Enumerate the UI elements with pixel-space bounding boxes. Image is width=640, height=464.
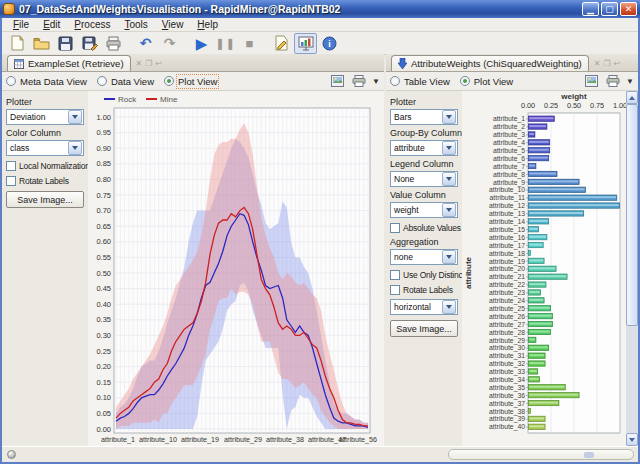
svg-text:attribute_17: attribute_17 — [489, 242, 525, 250]
group-by-value: attribute — [391, 143, 441, 153]
use-only-distinct-row: Use Only Distinct — [390, 270, 458, 280]
info-button[interactable]: i — [318, 33, 341, 54]
detach-tab-icon[interactable]: ❐ — [145, 60, 152, 68]
vertical-scrollbar[interactable] — [626, 91, 638, 446]
printer-icon — [352, 75, 366, 87]
results-view-button[interactable] — [294, 33, 317, 54]
svg-text:0.75: 0.75 — [96, 191, 111, 200]
svg-text:attribute_56: attribute_56 — [339, 435, 377, 444]
weights-arrow-icon — [398, 58, 407, 69]
radio-label-plot-view[interactable]: Plot View — [178, 76, 217, 87]
open-button[interactable] — [30, 33, 53, 54]
undo-button[interactable]: ↶ — [134, 33, 157, 54]
menu-view[interactable]: View — [155, 19, 191, 30]
rotate-labels-checkbox[interactable] — [390, 285, 400, 295]
horizontal-scrollbar-thumb[interactable] — [584, 452, 594, 458]
run-button[interactable]: ▶ — [190, 33, 213, 54]
plotter-select[interactable]: Bars — [390, 109, 458, 125]
new-note-button[interactable] — [270, 33, 293, 54]
orientation-select[interactable]: horizontal — [390, 299, 458, 315]
radio-label-meta-data-view[interactable]: Meta Data View — [20, 76, 87, 87]
minimize-button[interactable]: ▁ — [582, 2, 599, 16]
aggregation-select[interactable]: none — [390, 249, 458, 265]
svg-text:attribute_40: attribute_40 — [489, 423, 525, 431]
print-button[interactable] — [102, 33, 125, 54]
menu-file[interactable]: File — [6, 19, 36, 30]
radio-table-view[interactable] — [390, 76, 400, 86]
radio-label-data-view[interactable]: Data View — [111, 76, 154, 87]
maximize-button[interactable]: ▢ — [601, 2, 618, 16]
print-options-caret[interactable]: ▼ — [372, 77, 380, 86]
svg-text:0.80: 0.80 — [96, 175, 111, 184]
deviation-chart[interactable]: 0.000.050.100.150.200.250.300.350.400.45… — [88, 91, 384, 446]
tab-exampleset[interactable]: ExampleSet (Retrieve) — [7, 55, 131, 71]
radio-label-table-view[interactable]: Table View — [404, 76, 450, 87]
app-icon — [3, 3, 15, 15]
dock-tab-icon[interactable]: ↩ — [155, 60, 162, 68]
group-by-column-select[interactable]: attribute — [390, 140, 458, 156]
local-normalization-checkbox[interactable] — [6, 161, 16, 171]
svg-text:i: i — [328, 39, 331, 49]
menu-edit[interactable]: Edit — [36, 19, 67, 30]
menu-help[interactable]: Help — [190, 19, 225, 30]
dropdown-arrow-icon[interactable] — [442, 203, 456, 217]
print-options-caret[interactable]: ▼ — [626, 77, 634, 86]
weights-bar-chart[interactable]: weightattribute0.000.250.500.751.00attri… — [462, 91, 626, 446]
save-as-button[interactable] — [78, 33, 101, 54]
plotter-select[interactable]: Deviation — [6, 109, 84, 125]
pause-button[interactable]: ❚❚ — [214, 33, 237, 54]
svg-text:attribute_24: attribute_24 — [489, 297, 525, 305]
save-image-button[interactable]: Save Image... — [6, 191, 84, 208]
dropdown-arrow-icon[interactable] — [68, 110, 82, 124]
close-tab-icon[interactable]: ✕ — [136, 60, 143, 68]
radio-data-view[interactable] — [97, 76, 107, 86]
scrollbar-thumb[interactable] — [626, 104, 638, 326]
radio-meta-data-view[interactable] — [6, 76, 16, 86]
scroll-down-button[interactable] — [626, 433, 638, 446]
aggregation-value: none — [391, 252, 441, 262]
stop-button[interactable]: ■ — [238, 33, 261, 54]
scroll-up-button[interactable] — [626, 91, 638, 104]
legend-column-select[interactable]: None — [390, 171, 458, 187]
radio-label-plot-view-right[interactable]: Plot View — [474, 76, 513, 87]
dropdown-arrow-icon[interactable] — [442, 172, 456, 186]
export-image-button[interactable] — [582, 74, 600, 89]
note-pencil-icon — [274, 35, 289, 51]
scrollbar-track[interactable] — [626, 326, 638, 433]
color-column-select[interactable]: class — [6, 140, 84, 156]
dropdown-arrow-icon[interactable] — [442, 141, 456, 155]
dock-tab-icon[interactable]: ↩ — [614, 60, 621, 68]
detach-tab-icon[interactable]: ❐ — [603, 60, 610, 68]
menu-tools[interactable]: Tools — [117, 19, 154, 30]
svg-text:attribute_9: attribute_9 — [493, 179, 525, 187]
save-image-button[interactable]: Save Image... — [390, 320, 458, 337]
print-view-button[interactable] — [350, 74, 368, 89]
dropdown-arrow-icon[interactable] — [68, 141, 82, 155]
close-tab-icon[interactable]: ✕ — [594, 60, 601, 68]
save-button[interactable] — [54, 33, 77, 54]
dropdown-arrow-icon[interactable] — [442, 110, 456, 124]
radio-plot-view-right[interactable] — [460, 76, 470, 86]
use-only-distinct-checkbox[interactable] — [390, 270, 400, 280]
menu-process[interactable]: Process — [67, 19, 117, 30]
svg-text:attribute_10: attribute_10 — [489, 186, 525, 194]
toolbar: ↶ ↷ ▶ ❚❚ ■ i — [2, 32, 638, 55]
rotate-labels-checkbox[interactable] — [6, 176, 16, 186]
tab-attributeweights[interactable]: AttributeWeights (ChiSquaredWeighting) — [391, 55, 589, 71]
dropdown-arrow-icon[interactable] — [442, 250, 456, 264]
plotter-value: Deviation — [7, 112, 67, 122]
horizontal-scrollbar[interactable] — [448, 449, 634, 460]
use-only-distinct-label: Use Only Distinct — [403, 270, 465, 280]
print-view-button[interactable] — [604, 74, 622, 89]
new-button[interactable] — [6, 33, 29, 54]
dropdown-arrow-icon[interactable] — [442, 300, 456, 314]
value-column-select[interactable]: weight — [390, 202, 458, 218]
close-button[interactable]: ✕ — [620, 2, 637, 16]
right-tab-actions: ✕ ❐ ↩ — [594, 60, 621, 68]
absolute-values-checkbox[interactable] — [390, 223, 400, 233]
svg-text:attribute_37: attribute_37 — [489, 400, 525, 408]
redo-button[interactable]: ↷ — [158, 33, 181, 54]
export-image-button[interactable] — [328, 74, 346, 89]
radio-plot-view[interactable] — [164, 76, 174, 86]
color-column-value: class — [7, 143, 67, 153]
